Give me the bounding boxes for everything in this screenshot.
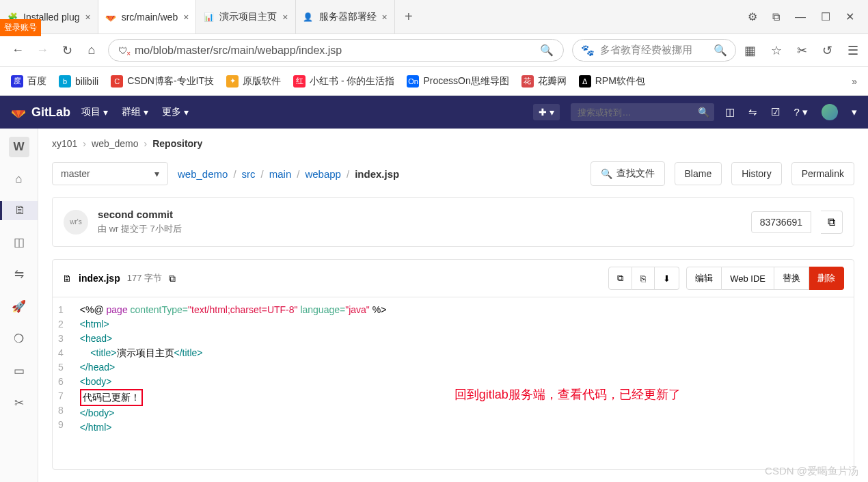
browser-tabstrip: 🧩 Installed plug × src/main/web × 📊 演示项目… — [0, 0, 868, 34]
menu-more[interactable]: 更多 ▾ — [162, 106, 189, 118]
side-repo-icon[interactable]: 🗎 — [0, 201, 38, 220]
commit-avatar: wr's — [64, 210, 88, 235]
help-icon[interactable]: ? ▾ — [794, 106, 808, 118]
tab-title: src/main/web — [122, 12, 178, 23]
reload-button[interactable]: ↻ — [59, 43, 75, 58]
crumb-repo[interactable]: Repository — [152, 138, 202, 149]
window-close[interactable]: ✕ — [845, 10, 854, 23]
login-badge[interactable]: 登录账号 — [0, 19, 41, 36]
gitlab-icon — [105, 12, 116, 23]
side-ops-icon[interactable]: ❍ — [0, 329, 38, 349]
bookmark-item[interactable]: ✦原版软件 — [226, 75, 281, 88]
url-box[interactable]: 🛡 🔍 — [108, 39, 564, 62]
user-avatar[interactable] — [822, 104, 838, 120]
close-icon[interactable]: × — [382, 12, 388, 23]
search-icon[interactable]: 🔍 — [540, 44, 554, 57]
path-seg[interactable]: main — [269, 168, 292, 180]
commit-title[interactable]: second commit — [98, 209, 742, 220]
ext-icon[interactable]: ⧉ — [772, 11, 780, 23]
close-icon[interactable]: × — [282, 12, 288, 23]
chevron-down-icon[interactable]: ▾ — [852, 106, 857, 118]
settings-icon[interactable]: ⚙ — [748, 10, 757, 23]
project-badge[interactable]: W — [9, 137, 29, 157]
replace-button[interactable]: 替换 — [774, 267, 809, 290]
bookmark-item[interactable]: 红小红书 - 你的生活指 — [293, 75, 394, 88]
scissors-icon[interactable]: ✂ — [797, 43, 807, 58]
find-file-button[interactable]: 🔍 查找文件 — [591, 161, 665, 186]
tab-3[interactable]: 👤 服务器部署经 × — [296, 0, 395, 34]
bookmark-item[interactable]: 花花瓣网 — [521, 75, 567, 88]
home-button[interactable]: ⌂ — [83, 43, 100, 57]
paw-icon: 🐾 — [581, 44, 595, 57]
copy-sha-button[interactable]: ⧉ — [821, 211, 843, 234]
chevron-down-icon: ▾ — [154, 168, 159, 179]
new-tab-button[interactable]: + — [395, 0, 422, 34]
bookmarks-more[interactable]: » — [852, 76, 857, 87]
raw-button[interactable]: ⎘ — [632, 267, 655, 290]
forward-button[interactable]: → — [34, 43, 51, 57]
gitlab-logo[interactable]: GitLab — [11, 105, 70, 120]
side-home-icon[interactable]: ⌂ — [0, 170, 38, 189]
history-button[interactable]: History — [731, 162, 782, 185]
gitlab-search[interactable]: 🔍 — [571, 103, 714, 121]
shield-icon[interactable]: 🛡 — [118, 45, 128, 56]
page-icon: 👤 — [303, 12, 314, 23]
side-wiki-icon[interactable]: ▭ — [0, 361, 38, 381]
tab-title: 服务器部署经 — [319, 11, 377, 23]
bookmark-item[interactable]: 度百度 — [11, 75, 46, 88]
bookmark-item[interactable]: ΔRPM软件包 — [579, 75, 645, 88]
sidebar: W ⌂ 🗎 ◫ ⇋ 🚀 ❍ ▭ ✂ — [0, 129, 38, 482]
copy-path-button[interactable]: ⧉ — [169, 273, 176, 284]
blame-button[interactable]: Blame — [675, 162, 722, 185]
search-icon[interactable]: 🔍 — [698, 107, 709, 118]
page-icon: 📊 — [203, 12, 214, 23]
menu-projects[interactable]: 项目 ▾ — [81, 106, 108, 118]
menu-icon[interactable]: ☰ — [847, 43, 858, 58]
side-ci-icon[interactable]: 🚀 — [0, 297, 38, 317]
side-snippets-icon[interactable]: ✂ — [0, 393, 38, 413]
tab-1[interactable]: src/main/web × — [98, 0, 197, 34]
chevron-down-icon: ▾ — [103, 107, 108, 118]
webide-button[interactable]: Web IDE — [722, 267, 774, 290]
history-icon[interactable]: ↺ — [822, 43, 832, 58]
highlighted-line: 代码已更新！ — [80, 389, 143, 406]
issues-icon[interactable]: ◫ — [725, 106, 735, 118]
crumb-group[interactable]: xy101 — [52, 138, 77, 149]
close-icon[interactable]: × — [85, 12, 91, 23]
window-maximize[interactable]: ☐ — [821, 10, 830, 23]
close-icon[interactable]: × — [183, 12, 189, 23]
bookmark-item[interactable]: OnProcessOn思维导图 — [407, 75, 508, 88]
watermark: CSDN @爱喝鱼片汤 — [765, 465, 858, 478]
path-seg[interactable]: webapp — [305, 168, 341, 180]
bookmark-item[interactable]: bbilibili — [59, 75, 98, 88]
annotation-text: 回到gitlab服务端，查看代码，已经更新了 — [455, 388, 681, 402]
branch-selector[interactable]: master▾ — [52, 162, 168, 185]
search-icon[interactable]: 🔍 — [714, 44, 727, 57]
permalink-button[interactable]: Permalink — [791, 162, 854, 185]
path-seg[interactable]: src — [242, 168, 256, 180]
edit-button[interactable]: 编辑 — [686, 267, 722, 290]
tab-2[interactable]: 📊 演示项目主页 × — [196, 0, 295, 34]
code-lines: <%@ page contentType="text/html;charset=… — [72, 297, 395, 469]
secondary-search[interactable]: 🐾 多省教育经费被挪用 🔍 — [572, 39, 736, 62]
search-input[interactable] — [578, 107, 692, 118]
mr-icon[interactable]: ⇋ — [748, 106, 757, 118]
back-button[interactable]: ← — [10, 43, 26, 57]
star-icon[interactable]: ☆ — [771, 43, 782, 58]
apps-icon[interactable]: ▦ — [744, 43, 756, 58]
copy-content-button[interactable]: ⧉ — [608, 267, 632, 290]
breadcrumbs: xy101 › web_demo › Repository — [52, 138, 854, 149]
window-minimize[interactable]: — — [795, 11, 806, 23]
file-size: 177 字节 — [127, 272, 162, 284]
crumb-project[interactable]: web_demo — [92, 138, 139, 149]
delete-button[interactable]: 删除 — [809, 267, 844, 290]
url-input[interactable] — [135, 44, 533, 57]
side-issues-icon[interactable]: ◫ — [0, 232, 38, 252]
path-seg[interactable]: web_demo — [178, 168, 228, 180]
download-button[interactable]: ⬇ — [655, 267, 679, 290]
bookmark-item[interactable]: CCSDN博客-专业IT技 — [111, 75, 214, 88]
menu-groups[interactable]: 群组 ▾ — [122, 106, 148, 118]
todo-icon[interactable]: ☑ — [771, 106, 780, 118]
new-button[interactable]: ✚ ▾ — [533, 104, 560, 120]
side-mr-icon[interactable]: ⇋ — [0, 265, 38, 284]
